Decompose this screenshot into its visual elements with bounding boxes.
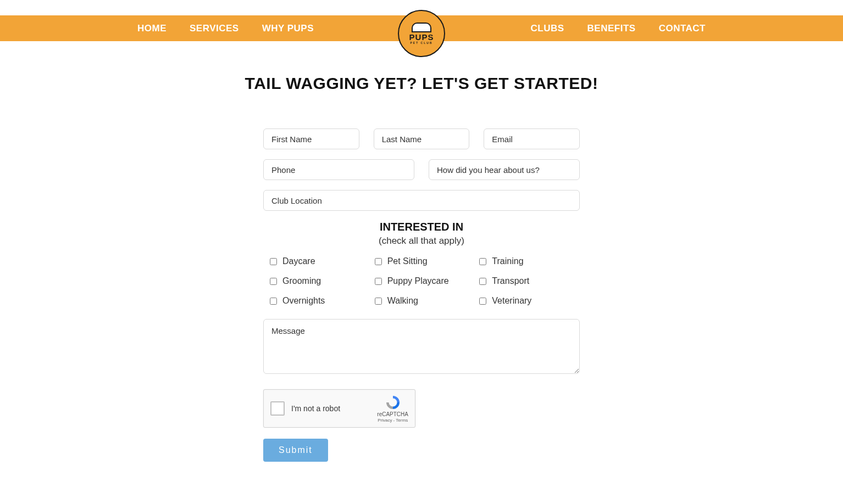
recaptcha-label: I'm not a robot — [291, 404, 377, 413]
checkbox-input[interactable] — [479, 258, 486, 265]
nav-left: HOME SERVICES WHY PUPS — [137, 23, 314, 34]
nav-home[interactable]: HOME — [137, 23, 167, 34]
checkbox-grooming[interactable]: Grooming — [270, 276, 364, 286]
recaptcha-widget[interactable]: I'm not a robot reCAPTCHA Privacy - Term… — [263, 389, 415, 428]
hear-about-select[interactable]: How did you hear about us? — [429, 159, 580, 180]
checkbox-walking[interactable]: Walking — [375, 296, 469, 306]
checkbox-input[interactable] — [375, 278, 382, 285]
recaptcha-brand: reCAPTCHA — [377, 411, 408, 418]
nav-right: CLUBS BENEFITS CONTACT — [531, 23, 706, 34]
interested-in-heading: INTERESTED IN — [263, 221, 580, 233]
message-textarea[interactable] — [263, 319, 580, 374]
logo-text: PUPS — [409, 33, 434, 41]
nav-benefits[interactable]: BENEFITS — [587, 23, 636, 34]
logo[interactable]: PUPS PET CLUB — [398, 10, 445, 57]
club-location-select[interactable]: Club Location — [263, 190, 580, 211]
checkbox-input[interactable] — [270, 258, 277, 265]
last-name-input[interactable] — [374, 128, 470, 149]
checkbox-input[interactable] — [375, 298, 382, 305]
page-title: TAIL WAGGING YET? LET'S GET STARTED! — [149, 74, 694, 93]
checkbox-overnights[interactable]: Overnights — [270, 296, 364, 306]
checkbox-training[interactable]: Training — [479, 256, 573, 266]
checkbox-input[interactable] — [479, 298, 486, 305]
nav-clubs[interactable]: CLUBS — [531, 23, 564, 34]
recaptcha-icon — [385, 394, 401, 411]
logo-inner: PUPS PET CLUB — [401, 13, 442, 54]
recaptcha-badge: reCAPTCHA Privacy - Terms — [377, 394, 408, 423]
checkbox-input[interactable] — [479, 278, 486, 285]
checkbox-daycare[interactable]: Daycare — [270, 256, 364, 266]
email-input[interactable] — [484, 128, 580, 149]
checkbox-pet-sitting[interactable]: Pet Sitting — [375, 256, 469, 266]
checkbox-veterinary[interactable]: Veterinary — [479, 296, 573, 306]
first-name-input[interactable] — [263, 128, 359, 149]
checkbox-transport[interactable]: Transport — [479, 276, 573, 286]
checkbox-input[interactable] — [270, 278, 277, 285]
nav-contact[interactable]: CONTACT — [659, 23, 706, 34]
submit-button[interactable]: Submit — [263, 439, 328, 462]
interested-checkbox-grid: Daycare Grooming Overnights Pet Sitting … — [263, 256, 580, 306]
contact-form: How did you hear about us? Club Location… — [263, 128, 580, 462]
checkbox-input[interactable] — [375, 258, 382, 265]
phone-input[interactable] — [263, 159, 414, 180]
nav-why-pups[interactable]: WHY PUPS — [262, 23, 314, 34]
checkbox-input[interactable] — [270, 298, 277, 305]
main-content: TAIL WAGGING YET? LET'S GET STARTED! How… — [149, 41, 694, 462]
recaptcha-checkbox[interactable] — [270, 401, 285, 416]
nav-services[interactable]: SERVICES — [190, 23, 239, 34]
interested-in-subtitle: (check all that apply) — [263, 236, 580, 247]
logo-dog-icon — [412, 23, 431, 32]
recaptcha-links[interactable]: Privacy - Terms — [378, 418, 408, 423]
top-nav-bar: HOME SERVICES WHY PUPS PUPS PET CLUB CLU… — [0, 15, 843, 41]
logo-subtext: PET CLUB — [411, 41, 433, 44]
checkbox-puppy-playcare[interactable]: Puppy Playcare — [375, 276, 469, 286]
